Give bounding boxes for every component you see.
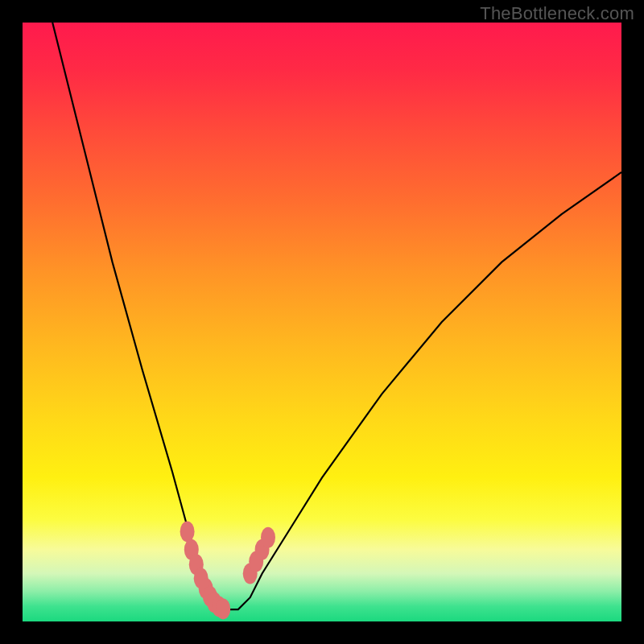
markers-left	[180, 521, 231, 619]
data-point	[216, 598, 230, 619]
data-point	[261, 527, 275, 548]
markers-right	[243, 527, 275, 584]
data-point	[180, 521, 195, 542]
watermark: TheBottleneck.com	[480, 3, 634, 24]
plot-area	[23, 23, 621, 621]
curve-group	[52, 23, 621, 609]
chart-svg	[23, 23, 621, 621]
bottleneck-curve	[52, 23, 621, 609]
